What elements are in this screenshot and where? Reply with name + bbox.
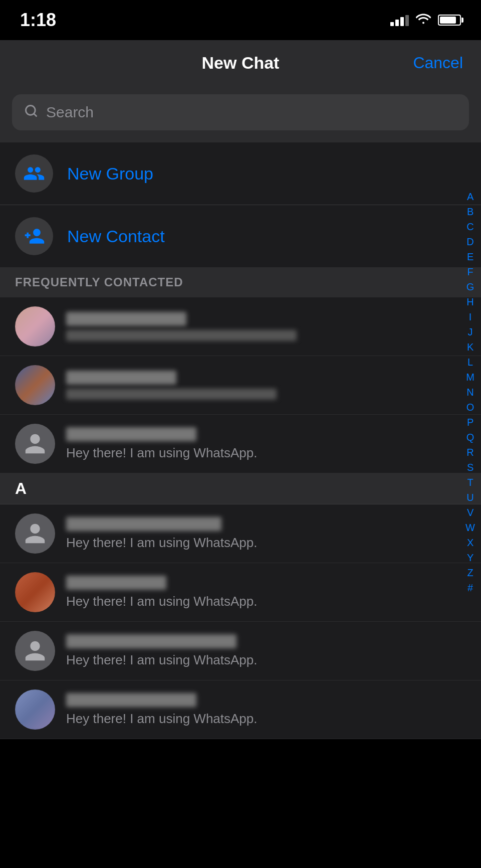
avatar bbox=[15, 365, 55, 405]
status-icons bbox=[390, 13, 461, 28]
contact-status: Hey there! I am using WhatsApp. bbox=[66, 535, 258, 550]
new-contact-icon-circle bbox=[15, 217, 53, 255]
section-header-a: A bbox=[0, 473, 481, 504]
alpha-T[interactable]: T bbox=[465, 475, 475, 489]
alpha-I[interactable]: I bbox=[467, 310, 474, 324]
alpha-J[interactable]: J bbox=[466, 325, 475, 339]
frequently-contacted-section: Hey there! I am using WhatsApp. bbox=[0, 297, 481, 473]
frequently-contacted-header: FREQUENTLY CONTACTED bbox=[0, 267, 481, 297]
alpha-M[interactable]: M bbox=[464, 370, 476, 384]
avatar bbox=[15, 572, 55, 612]
contact-info: Hey there! I am using WhatsApp. bbox=[66, 576, 456, 609]
avatar bbox=[15, 513, 55, 554]
search-bar[interactable]: Search bbox=[12, 94, 469, 130]
contact-name bbox=[66, 576, 166, 590]
status-bar: 1:18 bbox=[0, 0, 481, 40]
alpha-H[interactable]: H bbox=[464, 295, 475, 309]
contact-info: Hey there! I am using WhatsApp. bbox=[66, 693, 456, 727]
new-contact-label: New Contact bbox=[67, 227, 165, 246]
alpha-A[interactable]: A bbox=[465, 190, 475, 204]
new-contact-button[interactable]: New Contact bbox=[0, 205, 481, 267]
contact-info: Hey there! I am using WhatsApp. bbox=[66, 634, 456, 668]
list-item[interactable] bbox=[0, 297, 481, 356]
page-title: New Chat bbox=[202, 53, 280, 73]
alpha-N[interactable]: N bbox=[464, 385, 475, 399]
svg-line-1 bbox=[34, 113, 36, 116]
battery-icon bbox=[438, 15, 461, 26]
alpha-index-sidebar: A B C D E F G H I J K L M N O P Q R S T … bbox=[459, 186, 481, 599]
contact-info: Hey there! I am using WhatsApp. bbox=[66, 427, 456, 461]
person-icon bbox=[23, 522, 47, 546]
wifi-icon bbox=[416, 13, 431, 28]
section-a-contacts: Hey there! I am using WhatsApp. Hey ther… bbox=[0, 504, 481, 739]
new-group-label: New Group bbox=[67, 164, 153, 184]
list-item[interactable]: Hey there! I am using WhatsApp. bbox=[0, 504, 481, 563]
avatar bbox=[15, 689, 55, 730]
alpha-V[interactable]: V bbox=[465, 505, 475, 519]
cancel-button[interactable]: Cancel bbox=[413, 54, 463, 72]
person-icon bbox=[23, 432, 47, 456]
contact-info bbox=[66, 371, 456, 400]
search-icon bbox=[24, 104, 38, 121]
status-time: 1:18 bbox=[20, 10, 56, 31]
list-item[interactable]: Hey there! I am using WhatsApp. bbox=[0, 563, 481, 622]
contact-status: Hey there! I am using WhatsApp. bbox=[66, 594, 258, 609]
person-add-icon bbox=[23, 225, 45, 247]
contact-status bbox=[66, 330, 297, 341]
alpha-L[interactable]: L bbox=[465, 355, 475, 369]
contact-status: Hey there! I am using WhatsApp. bbox=[66, 652, 258, 667]
search-placeholder: Search bbox=[46, 104, 94, 121]
search-container: Search bbox=[0, 85, 481, 142]
group-icon bbox=[23, 162, 45, 185]
alpha-O[interactable]: O bbox=[464, 400, 476, 414]
alpha-Y[interactable]: Y bbox=[465, 551, 475, 565]
avatar bbox=[15, 631, 55, 671]
new-group-button[interactable]: New Group bbox=[0, 142, 481, 205]
list-item[interactable]: Hey there! I am using WhatsApp. bbox=[0, 680, 481, 739]
contact-info: Hey there! I am using WhatsApp. bbox=[66, 517, 456, 551]
person-icon bbox=[23, 639, 47, 663]
contact-status: Hey there! I am using WhatsApp. bbox=[66, 711, 258, 726]
alpha-P[interactable]: P bbox=[465, 415, 475, 429]
contact-status bbox=[66, 389, 277, 400]
avatar bbox=[15, 306, 55, 346]
list-item[interactable] bbox=[0, 356, 481, 415]
contact-status: Hey there! I am using WhatsApp. bbox=[66, 445, 258, 460]
alpha-F[interactable]: F bbox=[465, 265, 475, 279]
alpha-G[interactable]: G bbox=[464, 280, 476, 294]
header: New Chat Cancel bbox=[0, 40, 481, 85]
signal-bars-icon bbox=[390, 14, 409, 26]
alpha-W[interactable]: W bbox=[463, 520, 477, 535]
contact-info bbox=[66, 312, 456, 341]
list-item[interactable]: Hey there! I am using WhatsApp. bbox=[0, 622, 481, 680]
actions-section: New Group New Contact bbox=[0, 142, 481, 267]
alpha-R[interactable]: R bbox=[464, 445, 475, 459]
alpha-B[interactable]: B bbox=[465, 205, 475, 219]
alpha-D[interactable]: D bbox=[464, 235, 475, 249]
alpha-U[interactable]: U bbox=[464, 490, 475, 504]
alpha-hash[interactable]: # bbox=[465, 581, 475, 595]
contact-name bbox=[66, 427, 196, 441]
contact-name bbox=[66, 693, 196, 707]
alpha-Q[interactable]: Q bbox=[464, 430, 476, 444]
list-item[interactable]: Hey there! I am using WhatsApp. bbox=[0, 415, 481, 473]
contact-name bbox=[66, 634, 236, 648]
avatar bbox=[15, 424, 55, 464]
contact-name bbox=[66, 517, 221, 531]
alpha-C[interactable]: C bbox=[464, 220, 475, 234]
alpha-E[interactable]: E bbox=[465, 250, 475, 264]
alpha-X[interactable]: X bbox=[465, 536, 475, 550]
contact-name bbox=[66, 371, 176, 385]
alpha-K[interactable]: K bbox=[465, 340, 475, 354]
contact-name bbox=[66, 312, 186, 326]
new-group-icon-circle bbox=[15, 154, 53, 193]
alpha-Z[interactable]: Z bbox=[465, 566, 475, 580]
alpha-S[interactable]: S bbox=[465, 460, 475, 474]
